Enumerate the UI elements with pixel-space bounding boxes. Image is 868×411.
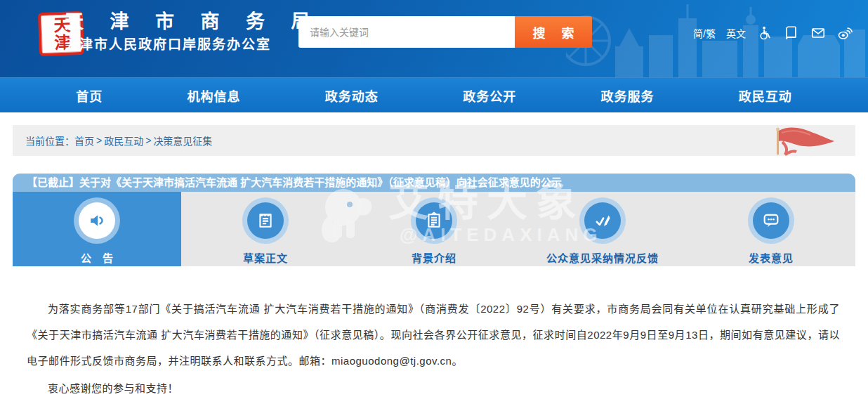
notice-card: 【已截止】关于对《关于天津市搞活汽车流通 扩大汽车消费若干措施的通知》（征求意见…	[13, 174, 855, 408]
cityscape-silhouette	[566, 4, 868, 77]
notice-paragraph: 为落实商务部等17部门《关于搞活汽车流通 扩大汽车消费若干措施的通知》（商消费发…	[27, 296, 840, 374]
nav-item-public-interaction[interactable]: 政民互动	[739, 86, 792, 105]
mail-icon[interactable]	[810, 25, 826, 41]
main-nav: 首页 机构信息 政务动态 政务公开 政务服务 政民互动	[0, 77, 868, 112]
nav-item-gov-disclosure[interactable]: 政务公开	[463, 86, 516, 105]
accessibility-icon[interactable]	[756, 25, 772, 41]
header-quicklinks: 简/繁 英文	[693, 25, 853, 41]
lang-english-link[interactable]: 英文	[726, 26, 746, 40]
notice-title: 【已截止】关于对《关于天津市搞活汽车流通 扩大汽车消费若干措施的通知》（征求意见…	[13, 174, 855, 192]
pen-check-icon	[584, 202, 621, 239]
site-header: 天津 天 津 市 商 务 局 天津市人民政府口岸服务办公室 搜 索 简/繁 英文	[0, 0, 868, 77]
document-icon	[247, 202, 284, 239]
nav-item-org-info[interactable]: 机构信息	[187, 86, 240, 105]
site-search: 搜 索	[298, 16, 592, 48]
page: 天津 天 津 市 商 务 局 天津市人民政府口岸服务办公室 搜 索 简/繁 英文	[0, 0, 868, 411]
nav-item-gov-services[interactable]: 政务服务	[600, 86, 654, 105]
tab-label: 背景介绍	[412, 250, 456, 265]
search-button[interactable]: 搜 索	[515, 16, 592, 48]
breadcrumb-separator: >	[96, 135, 102, 146]
breadcrumb-section-link[interactable]: 政民互动	[104, 133, 143, 148]
tab-submit-opinion[interactable]: 发表意见	[687, 192, 855, 266]
notice-body: 为落实商务部等17部门《关于搞活汽车流通 扩大汽车消费若干措施的通知》（商消费发…	[13, 266, 855, 408]
site-subtitle: 天津市人民政府口岸服务办公室	[65, 35, 321, 55]
tab-public-feedback[interactable]: 公众意见采纳情况反馈	[518, 192, 687, 266]
nav-item-gov-news[interactable]: 政务动态	[325, 86, 379, 105]
nav-item-home[interactable]: 首页	[76, 86, 103, 105]
red-flag-art	[758, 126, 836, 156]
breadcrumb-separator: >	[145, 135, 151, 146]
tab-label: 公 告	[77, 250, 117, 265]
document-icon	[416, 202, 452, 239]
tab-label: 公众意见采纳情况反馈	[546, 250, 659, 265]
notice-paragraph: 衷心感谢您的参与和支持！	[27, 375, 840, 401]
site-titles: 天 津 市 商 务 局 天津市人民政府口岸服务办公室	[65, 10, 321, 55]
book-icon[interactable]	[783, 25, 799, 41]
site-title: 天 津 市 商 务 局	[65, 10, 321, 34]
speech-bubble-icon	[753, 202, 789, 239]
tab-label: 发表意见	[749, 250, 794, 265]
breadcrumb-label: 当前位置：	[25, 133, 74, 148]
weibo-icon[interactable]	[836, 25, 853, 41]
search-input[interactable]	[298, 16, 515, 48]
breadcrumb: 当前位置： 首页 > 政民互动 > 决策意见征集	[13, 125, 855, 156]
tab-background-intro[interactable]: 背景介绍	[350, 192, 518, 266]
notice-tabs: 公 告 草案正文	[13, 192, 855, 266]
breadcrumb-home-link[interactable]: 首页	[74, 133, 94, 148]
breadcrumb-page-link[interactable]: 决策意见征集	[153, 133, 212, 148]
tab-announcement[interactable]: 公 告	[13, 192, 181, 266]
speaker-icon	[79, 202, 115, 239]
tab-label: 草案正文	[243, 250, 288, 265]
tab-draft-text[interactable]: 草案正文	[181, 192, 350, 266]
lang-simplified-traditional-link[interactable]: 简/繁	[693, 26, 716, 40]
